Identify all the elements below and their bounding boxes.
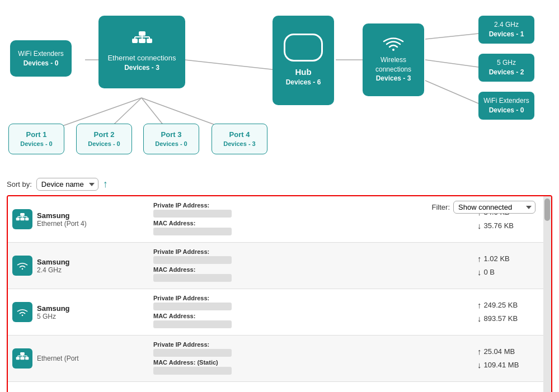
upload-arrow-icon: ↑	[477, 345, 482, 358]
ghz24-card[interactable]: 2.4 GHz Devices - 1	[478, 16, 534, 44]
device-type: 2.4 GHz	[37, 266, 149, 274]
upload-arrow-icon: ↑	[477, 252, 482, 266]
device-info: Samsung Ethernet (Port 4)	[37, 211, 149, 228]
upload-value: 1.02 KB	[484, 253, 510, 265]
ip-value	[153, 303, 232, 310]
wireless-sub: Devices - 3	[376, 74, 411, 83]
upload-value: 249.25 KB	[484, 300, 518, 311]
device-row[interactable]: Ethernet (Port Private IP Address: MAC A…	[8, 336, 543, 382]
sort-by-label: Sort by:	[7, 180, 32, 188]
scrollbar-thumb[interactable]	[544, 199, 550, 221]
device-name: Samsung	[37, 304, 149, 313]
device-info: Samsung 2.4 GHz	[37, 258, 149, 274]
port1-card[interactable]: Port 1 Devices - 0	[8, 124, 64, 154]
device-ip-block: Private IP Address: MAC Address:	[153, 248, 473, 283]
ethernet-connections-card[interactable]: Ethernet connections Devices - 3	[98, 16, 185, 88]
ethernet-conn-label: Ethernet connections	[107, 53, 176, 63]
ghz5-label: 5 GHz	[497, 58, 516, 68]
upload-value: 25.04 MB	[484, 346, 515, 358]
ethernet-device-icon	[12, 348, 32, 369]
port2-sub: Devices - 0	[88, 140, 120, 148]
mac-label: MAC Address: (Static)	[153, 359, 473, 366]
ip-label: Private IP Address:	[153, 295, 473, 301]
download-value: 109.41 MB	[484, 360, 519, 371]
wireless-connections-card[interactable]: Wireless connections Devices - 3	[363, 23, 424, 96]
download-arrow-icon: ↓	[477, 266, 482, 279]
port4-sub: Devices - 3	[223, 140, 255, 148]
ethernet-conn-sub: Devices - 3	[124, 63, 159, 73]
svg-rect-11	[132, 39, 138, 43]
ethernet-device-icon	[12, 209, 32, 229]
device-row[interactable]: Samsung 5 GHz Private IP Address: MAC Ad…	[8, 289, 543, 336]
svg-line-7	[425, 34, 478, 39]
svg-rect-26	[20, 352, 25, 355]
hub-sub: Devices - 6	[286, 78, 321, 87]
ip-label: Private IP Address:	[153, 341, 473, 348]
wireless-label: Wireless connections	[363, 55, 424, 74]
download-value: 35.76 KB	[484, 220, 514, 232]
device-type: Ethernet (Port 4)	[37, 220, 149, 228]
device-name: Samsung	[37, 211, 149, 220]
ip-label: Private IP Address:	[153, 248, 473, 255]
svg-rect-12	[139, 39, 145, 43]
device-list: Samsung Ethernet (Port 4) Private IP Add…	[8, 196, 543, 392]
port3-label: Port 3	[161, 130, 182, 140]
device-ip-block: Private IP Address: MAC Address: (Static…	[153, 341, 473, 376]
bottom-panel: Sort by: Device name IP Address MAC Addr…	[0, 173, 559, 392]
wifi-ext-right-sub: Devices - 0	[489, 106, 524, 115]
upload-arrow-icon: ↑	[477, 299, 482, 312]
mac-value	[153, 367, 232, 375]
filter-label: Filter:	[432, 203, 450, 211]
port3-sub: Devices - 0	[155, 140, 187, 148]
wifi-extenders-left-sub: Devices - 0	[24, 59, 59, 68]
ip-value	[153, 210, 232, 218]
hub-label: Hub	[295, 66, 311, 78]
wifi-extenders-left-card[interactable]: WiFi Extenders Devices - 0	[10, 40, 72, 77]
svg-line-9	[425, 81, 478, 103]
scrollbar-track[interactable]	[543, 196, 551, 392]
download-arrow-icon: ↓	[477, 312, 482, 325]
wifi-device-icon	[12, 302, 32, 322]
ghz5-card[interactable]: 5 GHz Devices - 2	[478, 54, 534, 82]
mac-value	[153, 320, 232, 328]
port3-card[interactable]: Port 3 Devices - 0	[143, 124, 199, 154]
wifi-ext-right-label: WiFi Extenders	[483, 96, 529, 106]
device-list-container: Filter: Show connected Show all Show dis…	[7, 195, 552, 392]
svg-rect-10	[139, 31, 145, 36]
port4-card[interactable]: Port 4 Devices - 3	[212, 124, 267, 154]
device-traffic: ↑ 1.02 KB ↓ 0 B	[477, 252, 539, 279]
svg-rect-29	[25, 357, 29, 360]
hub-card[interactable]: Hub Devices - 6	[273, 16, 334, 105]
sort-row: Sort by: Device name IP Address MAC Addr…	[7, 178, 552, 191]
ethernet-icon	[131, 31, 153, 51]
filter-select[interactable]: Show connected Show all Show disconnecte…	[453, 201, 535, 214]
svg-rect-20	[20, 218, 25, 220]
device-row[interactable]: Samsung 2.4 GHz Private IP Address: MAC …	[8, 243, 543, 289]
svg-rect-13	[147, 39, 152, 43]
sort-select[interactable]: Device name IP Address MAC Address	[36, 178, 98, 191]
device-info: Samsung 5 GHz	[37, 304, 149, 320]
mac-label: MAC Address:	[153, 220, 473, 226]
ghz24-sub: Devices - 1	[489, 30, 524, 39]
wifi-device-icon	[12, 256, 32, 276]
device-type: Ethernet (Port	[37, 355, 149, 362]
svg-rect-19	[16, 218, 20, 220]
wifi-extenders-left-label: WiFi Extenders	[18, 49, 63, 59]
svg-rect-18	[20, 213, 25, 216]
port4-label: Port 4	[229, 130, 250, 140]
ip-value	[153, 349, 232, 357]
svg-line-8	[425, 60, 478, 67]
device-traffic: ↑ 25.04 MB ↓ 109.41 MB	[477, 345, 539, 372]
ghz24-label: 2.4 GHz	[494, 20, 519, 30]
network-diagram: WiFi Extenders Devices - 0 Ethernet conn…	[0, 0, 559, 173]
download-value: 0 B	[484, 267, 495, 278]
port2-card[interactable]: Port 2 Devices - 0	[76, 124, 132, 154]
svg-rect-27	[16, 357, 20, 360]
wifi-extenders-right-card[interactable]: WiFi Extenders Devices - 0	[478, 92, 534, 120]
device-ip-block: Private IP Address: MAC Address:	[153, 202, 473, 237]
sort-direction-icon[interactable]: ↑	[103, 178, 108, 190]
port1-sub: Devices - 0	[20, 140, 52, 148]
ip-label: Private IP Address:	[153, 202, 473, 209]
device-ip-block: Private IP Address: MAC Address:	[153, 295, 473, 329]
device-info: Ethernet (Port	[37, 355, 149, 362]
